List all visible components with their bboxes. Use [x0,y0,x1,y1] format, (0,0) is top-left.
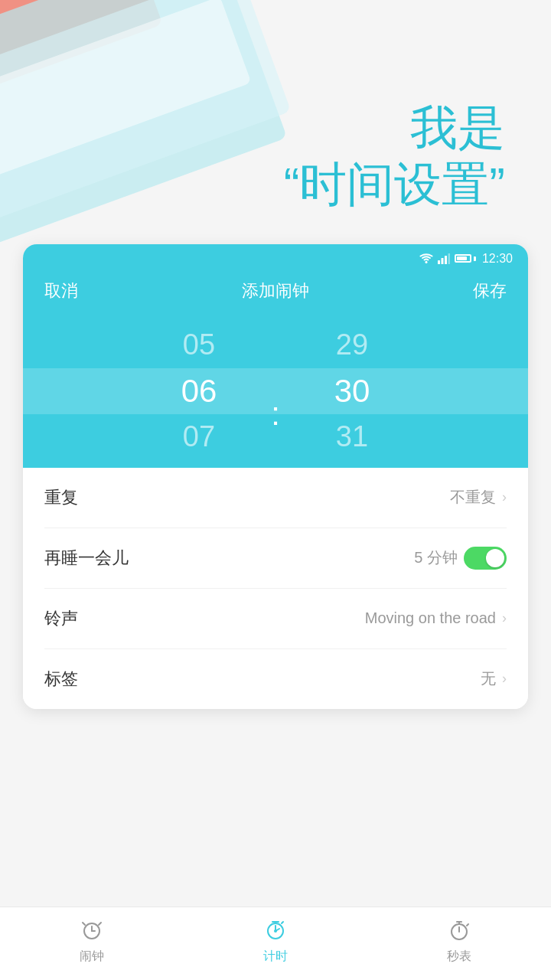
hours-column[interactable]: 05 06 07 [138,322,260,460]
status-time: 12:30 [482,252,513,266]
tag-label: 标签 [44,668,78,691]
save-button[interactable]: 保存 [473,279,507,302]
page-title-line2: “时间设置” [0,156,505,213]
picker-toolbar: 取消 添加闹钟 保存 [23,270,528,315]
time-picker-wheel[interactable]: 05 06 07 : 29 30 31 [23,315,528,468]
repeat-chevron: › [502,489,507,505]
status-icons [419,253,476,264]
ringtone-value: Moving on the road › [365,609,507,627]
nav-item-timer[interactable]: 计时 [184,916,367,965]
hour-07: 07 [138,414,260,460]
timer-nav-label: 计时 [263,949,288,965]
repeat-row[interactable]: 重复 不重复 › [44,468,507,528]
alarm-nav-label: 闹钟 [80,949,104,965]
battery-icon [455,254,476,263]
picker-columns: 05 06 07 : 29 30 31 [23,322,528,460]
repeat-value-text: 不重复 [450,487,496,508]
toolbar-title: 添加闹钟 [242,279,309,302]
snooze-row[interactable]: 再睡一会儿 5 分钟 [44,528,507,589]
main-card: 12:30 取消 添加闹钟 保存 05 06 07 : 29 [23,244,528,709]
settings-section: 重复 不重复 › 再睡一会儿 5 分钟 铃声 Moving on the roa… [23,468,528,709]
ringtone-row[interactable]: 铃声 Moving on the road › [44,589,507,649]
snooze-label: 再睡一会儿 [44,547,129,570]
svg-rect-3 [445,256,447,264]
ringtone-chevron: › [502,610,507,626]
svg-line-9 [99,923,101,925]
stopwatch-nav-label: 秒表 [447,949,471,965]
nav-item-stopwatch[interactable]: 秒表 [367,916,551,965]
svg-rect-1 [438,260,440,264]
tag-row[interactable]: 标签 无 › [44,649,507,709]
time-separator: : [260,391,291,437]
page-title-line1: 我是 [0,100,505,156]
minutes-column[interactable]: 29 30 31 [291,322,413,460]
ringtone-value-text: Moving on the road [365,609,496,627]
tag-value-text: 无 [481,668,496,689]
svg-point-0 [425,261,427,263]
page-title-area: 我是 “时间设置” [0,0,551,244]
signal-icon [438,253,450,264]
tag-chevron: › [502,671,507,687]
svg-line-8 [83,923,85,925]
bottom-navigation: 闹钟 计时 秒表 [0,906,551,980]
wifi-icon [419,253,433,264]
snooze-value: 5 分钟 [414,547,507,570]
snooze-toggle[interactable] [464,547,507,570]
minute-29: 29 [291,322,413,368]
svg-rect-2 [441,258,443,264]
svg-line-18 [467,924,468,926]
alarm-clock-icon [78,916,106,944]
ringtone-label: 铃声 [44,607,78,630]
hour-06-selected: 06 [138,368,260,414]
toggle-knob [486,549,504,567]
nav-item-alarm[interactable]: 闹钟 [0,916,184,965]
picker-section: 12:30 取消 添加闹钟 保存 05 06 07 : 29 [23,244,528,468]
tag-value: 无 › [481,668,507,689]
repeat-value: 不重复 › [450,487,507,508]
timer-clock-icon [262,916,289,944]
hour-05: 05 [138,322,260,368]
stopwatch-icon [445,916,473,944]
minute-30-selected: 30 [291,368,413,414]
status-bar: 12:30 [23,244,528,270]
svg-line-12 [282,922,283,923]
svg-rect-4 [448,253,450,264]
repeat-label: 重复 [44,486,78,509]
minute-31: 31 [291,414,413,460]
snooze-value-text: 5 分钟 [414,547,458,568]
cancel-button[interactable]: 取消 [44,279,78,302]
svg-point-13 [274,929,277,933]
